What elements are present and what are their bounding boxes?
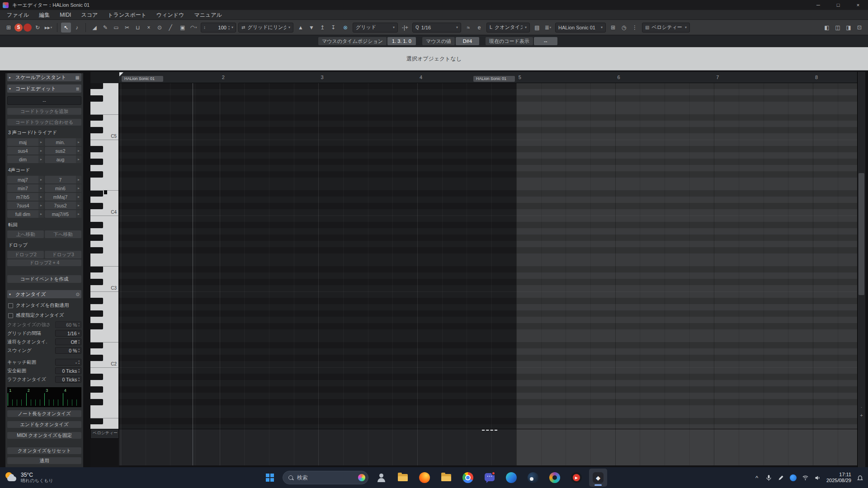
piano-key-white[interactable] [90, 253, 119, 260]
quantize-value-field[interactable]: 0 Ticks▴▾ [55, 376, 81, 383]
autoscroll-icon[interactable]: ▸▸▾ [43, 23, 53, 33]
quantize-button-1[interactable]: エンドをクオンタイズ [7, 421, 81, 428]
transpose-down-icon[interactable]: ↧ [328, 23, 338, 33]
piano-key-black[interactable] [90, 247, 103, 253]
piano-key-black[interactable] [90, 222, 103, 228]
minimize-button[interactable]: ─ [808, 0, 828, 10]
chord-button-aug[interactable]: aug▸ [45, 155, 81, 163]
chord-button-min-[interactable]: min.▸ [45, 138, 81, 146]
maximize-button[interactable]: □ [828, 0, 848, 10]
split-tool[interactable]: ✂ [122, 23, 132, 33]
chord-button-min6[interactable]: min6▸ [45, 184, 81, 192]
piano-key-white[interactable] [90, 336, 119, 342]
taskbar-app-firefox[interactable] [415, 469, 434, 487]
part-name-tag[interactable]: HALion Sonic 01 [122, 76, 163, 82]
part-name-tag[interactable]: HALion Sonic 01 [473, 76, 515, 82]
menu-item-6[interactable]: マニュアル [189, 10, 226, 20]
quantize-value-field[interactable]: 0 %▴▾ [55, 347, 81, 354]
move-down-icon[interactable]: ▼ [307, 23, 316, 33]
start-button[interactable] [261, 469, 279, 487]
draw-tool[interactable]: ✎ [100, 23, 110, 33]
insert-velocity-spinner[interactable]: ↕100▴▾▾ [201, 23, 236, 33]
taskbar-app-chrome[interactable] [459, 469, 477, 487]
piano-key-white[interactable] [90, 424, 119, 429]
piano-key-black[interactable] [90, 114, 103, 121]
acoustic-feedback-button[interactable]: ● [24, 23, 32, 32]
taskbar-app-steam[interactable] [524, 469, 542, 487]
chord-button--[interactable]: 上へ移動 [7, 230, 44, 238]
velocity-lane[interactable] [119, 429, 857, 465]
scrollbar-thumb[interactable] [859, 173, 864, 295]
piano-key-white[interactable] [90, 152, 119, 159]
menu-item-2[interactable]: MIDI [55, 10, 76, 20]
quantize-panel-icon[interactable]: e [474, 23, 484, 33]
taskbar-app-cubase[interactable]: ◆ [589, 469, 607, 487]
scale-settings-icon[interactable]: ▦ [75, 75, 80, 80]
chord-button-7sus4[interactable]: 7sus4▸ [7, 202, 44, 209]
chord-button-sus4[interactable]: sus4▸ [7, 147, 44, 155]
piano-key-black[interactable] [90, 418, 103, 424]
piano-key-black[interactable] [90, 310, 103, 317]
match-chord-track-button[interactable]: コードトラックに合わせる [7, 119, 81, 126]
chord-button--[interactable]: 下へ移動 [45, 230, 81, 238]
part-list-icon[interactable]: ▤ [532, 23, 542, 33]
piano-key-white[interactable] [90, 317, 119, 323]
info-field-value[interactable]: -- [534, 37, 557, 45]
piano-key-black[interactable] [90, 342, 103, 348]
transpose-up-icon[interactable]: ↥ [317, 23, 327, 33]
soft-quantize-checkbox[interactable]: 感度指定クオンタイズ [8, 312, 81, 319]
part-select[interactable]: HALion Sonic 01▾ [555, 23, 606, 33]
taskbar-app-explorer[interactable] [394, 469, 412, 487]
quantize-value-field[interactable]: -▴▾ [55, 359, 81, 366]
piano-key-black[interactable] [90, 399, 103, 405]
piano-key-white[interactable] [90, 412, 119, 418]
quantize-value-field[interactable]: 1/16▾ [55, 330, 81, 337]
taskbar-app-people[interactable] [372, 469, 390, 487]
length-quantize-select[interactable]: Lクオンタイズ.▾ [486, 23, 530, 33]
chord-button-min7[interactable]: min7▸ [7, 184, 44, 192]
search-input[interactable] [297, 474, 354, 481]
close-button[interactable]: × [848, 0, 868, 10]
taskbar-app-browser2[interactable] [546, 469, 564, 487]
piano-key-white[interactable] [90, 184, 119, 190]
setup-icon[interactable]: ⊞ [4, 23, 14, 33]
grid-relative-icon[interactable]: -|+ [400, 23, 410, 33]
right-zone-icon[interactable]: ◨ [844, 23, 854, 33]
piano-key-black[interactable] [90, 386, 103, 393]
more-icon[interactable]: ⋮ [630, 23, 640, 33]
add-chord-track-button[interactable]: コードトラックを追加 [7, 108, 81, 115]
snap-icon[interactable]: ⊗ [340, 23, 350, 33]
auto-apply-quantize-checkbox[interactable]: クオンタイズを自動適用 [8, 302, 81, 309]
part-loop-icon[interactable]: ◠▾ [189, 23, 198, 33]
window-settings-icon[interactable]: ⊡ [854, 23, 864, 33]
part-border-dashes[interactable] [482, 430, 497, 431]
grid-link-select[interactable]: ⇄グリッドにリンク▾ [238, 23, 293, 33]
mute-tool[interactable]: × [144, 23, 154, 33]
zoom-in-icon[interactable]: + [858, 412, 865, 419]
quantize-panel-icon[interactable]: ⊙ [76, 292, 80, 297]
piano-key-black[interactable] [90, 355, 103, 361]
timeline-ruler[interactable]: 2345678HALion Sonic 01HALion Sonic 01 [119, 72, 857, 83]
pen-icon[interactable] [778, 474, 785, 481]
chord-button-7[interactable]: 7▸ [45, 176, 81, 183]
quantize-value-field[interactable]: 0 Ticks▴▾ [55, 367, 81, 374]
chord-button-maj7-5[interactable]: maj7/#5▸ [45, 210, 81, 218]
piano-key-white[interactable] [90, 304, 119, 310]
piano-key-white[interactable] [90, 228, 119, 235]
taskbar-app-edge[interactable] [502, 469, 520, 487]
piano-key-black[interactable] [90, 279, 103, 285]
clock[interactable]: 17:11 2025/08/29 [826, 472, 851, 483]
piano-key-black[interactable] [90, 127, 103, 133]
piano-key-black[interactable] [90, 203, 103, 209]
quantize-button-2[interactable]: MIDI クオンタイズを固定 [7, 432, 81, 439]
hidden-icons-chevron[interactable]: ^ [753, 474, 760, 481]
solo-editor-button[interactable]: S [14, 23, 23, 32]
line-tool[interactable]: ╱ [165, 23, 175, 33]
piano-key-white[interactable] [90, 367, 119, 374]
chord-button-maj[interactable]: maj▸ [7, 138, 44, 146]
piano-key-white[interactable] [90, 121, 119, 127]
time-format-icon[interactable]: ◷ [619, 23, 629, 33]
chord-button-full-dim[interactable]: full dim▸ [7, 210, 44, 218]
weather-widget[interactable]: 35°C 晴れのちくもり [5, 471, 90, 484]
piano-key-black[interactable] [90, 83, 103, 89]
